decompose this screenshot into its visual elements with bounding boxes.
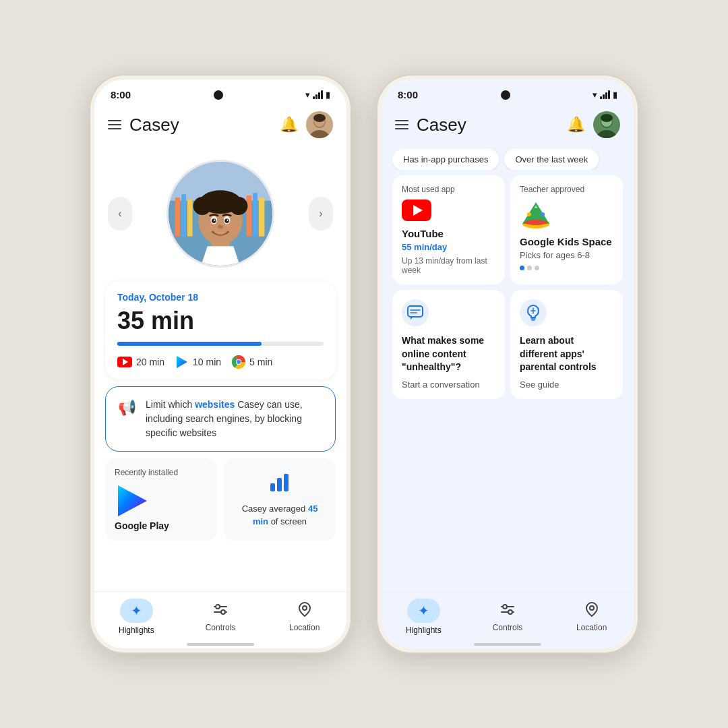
conversation-text: What makes some online content "unhealth… [402, 334, 495, 374]
phone-2: 8:00 ▾ ▮ [376, 74, 639, 654]
yt-icon-large [402, 200, 431, 221]
header-title-1: Casey [129, 115, 272, 135]
recently-installed-label: Recently installed [115, 468, 208, 477]
header-title-2: Casey [417, 115, 559, 135]
tip-card[interactable]: 📢 Limit which websites Casey can use, in… [105, 386, 336, 452]
nav-highlights-1[interactable]: ✦ Highlights [113, 599, 160, 635]
most-used-card[interactable]: Most used app YouTube 55 min/day Up 13 m… [392, 175, 505, 284]
gplay-icon-large [115, 484, 148, 518]
dot-3 [535, 266, 539, 270]
svg-marker-34 [118, 485, 147, 516]
camera-notch-1 [214, 90, 223, 100]
avatar-2[interactable] [593, 111, 620, 138]
gks-icon [520, 200, 549, 229]
bottom-nav-1: ✦ Highlights Controls [94, 591, 346, 639]
dot-2 [527, 266, 532, 270]
yt-time: 20 min [136, 357, 164, 367]
menu-button-2[interactable] [395, 120, 408, 129]
recently-installed-card[interactable]: Recently installed Google [105, 458, 217, 541]
svg-point-6 [320, 115, 325, 121]
guide-action[interactable]: See guide [520, 380, 613, 390]
app-header-1: Casey 🔔 [94, 106, 346, 146]
svg-point-66 [590, 606, 594, 610]
svg-rect-36 [277, 478, 282, 491]
svg-rect-10 [181, 194, 186, 237]
chip-lastweek[interactable]: Over the last week [504, 149, 599, 170]
battery-icon-2: ▮ [613, 90, 617, 100]
status-icons-1: ▾ ▮ [305, 90, 330, 100]
conversation-action[interactable]: Start a conversation [402, 380, 495, 390]
guide-card[interactable]: Learn about different apps' parental con… [510, 290, 623, 399]
profile-section: ‹ [94, 146, 346, 274]
nav-location-2[interactable]: Location [568, 602, 615, 632]
signal-icon-2 [600, 91, 610, 99]
nav-highlights-label-1: Highlights [119, 626, 154, 635]
location-icon-1 [298, 602, 311, 620]
usage-youtube: 20 min [117, 357, 164, 367]
app-header-2: Casey 🔔 [382, 106, 634, 146]
svg-point-29 [228, 223, 237, 232]
status-bar-1: 8:00 ▾ ▮ [94, 80, 346, 106]
yt-note: Up 13 min/day from last week [402, 256, 495, 275]
tip-text: Limit which websites Casey can use, incl… [146, 398, 323, 440]
progress-fill [117, 342, 262, 346]
home-bar-1 [187, 643, 254, 646]
wifi-icon-2: ▾ [593, 90, 597, 100]
nav-highlights-label-2: Highlights [406, 626, 442, 635]
battery-icon-1: ▮ [326, 90, 330, 100]
bell-icon-2[interactable]: 🔔 [567, 116, 585, 133]
scene: 8:00 ▾ ▮ [89, 74, 639, 654]
conversation-card[interactable]: What makes some online content "unhealth… [392, 290, 505, 399]
chat-icon [402, 299, 429, 326]
usage-gplay: 10 min [175, 355, 221, 369]
scroll-content-1[interactable]: ‹ [94, 146, 346, 591]
svg-marker-16 [201, 246, 240, 266]
yt-name: YouTube [402, 228, 495, 239]
location-icon-2 [585, 602, 599, 620]
gks-name: Google Kids Space [520, 236, 613, 247]
today-card: Today, October 18 35 min 20 min [105, 281, 336, 380]
svg-marker-30 [177, 356, 187, 368]
prev-arrow[interactable]: ‹ [108, 197, 132, 231]
svg-rect-37 [284, 474, 289, 491]
status-icons-2: ▾ ▮ [593, 90, 617, 100]
wifi-icon-1: ▾ [305, 90, 310, 100]
svg-point-41 [221, 610, 225, 614]
svg-point-27 [218, 224, 223, 229]
highlights-icon-2: ✦ [418, 603, 429, 619]
svg-point-28 [204, 223, 213, 232]
svg-point-51 [527, 212, 531, 216]
nav-controls-1[interactable]: Controls [197, 602, 244, 632]
svg-point-24 [224, 218, 229, 223]
most-used-label: Most used app [402, 185, 495, 194]
screen-time-stat-card: Casey averaged 45 min of screen [224, 458, 336, 541]
status-time-2: 8:00 [398, 89, 418, 100]
filter-chips: Has in-app purchases Over the last week [392, 149, 623, 170]
guide-text: Learn about different apps' parental con… [520, 334, 613, 374]
yt-usage: 55 min/day [402, 242, 495, 252]
svg-point-52 [541, 212, 545, 216]
chip-inapp[interactable]: Has in-app purchases [392, 149, 499, 170]
nav-highlights-2[interactable]: ✦ Highlights [400, 599, 447, 635]
menu-button-1[interactable] [108, 120, 121, 129]
phone-1: 8:00 ▾ ▮ [89, 74, 352, 654]
tip-link[interactable]: websites [195, 399, 235, 410]
nav-controls-2[interactable]: Controls [484, 602, 531, 632]
scroll-content-2[interactable]: Has in-app purchases Over the last week … [382, 146, 634, 591]
svg-point-64 [503, 605, 507, 609]
bell-icon-1[interactable]: 🔔 [280, 116, 298, 133]
svg-rect-13 [253, 193, 257, 236]
chrome-icon-small [232, 355, 245, 369]
svg-point-50 [525, 220, 547, 225]
svg-rect-9 [175, 198, 181, 237]
svg-point-65 [508, 610, 512, 614]
teacher-approved-card[interactable]: Teacher approved [510, 175, 623, 284]
status-bar-2: 8:00 ▾ ▮ [382, 80, 634, 106]
next-arrow[interactable]: › [309, 197, 333, 231]
svg-point-5 [314, 115, 320, 121]
nav-location-1[interactable]: Location [281, 602, 328, 632]
megaphone-icon: 📢 [118, 399, 136, 417]
app-usage-row: 20 min [117, 355, 324, 369]
avatar-1[interactable] [306, 111, 333, 138]
controls-icon-1 [213, 602, 228, 620]
